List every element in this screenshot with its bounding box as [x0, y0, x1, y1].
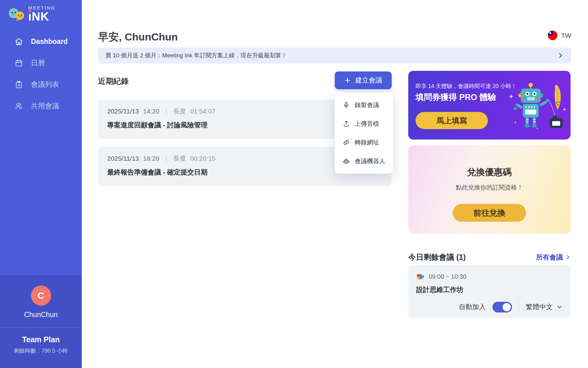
fill-survey-button[interactable]: 馬上填寫: [416, 112, 488, 129]
duration-label: 長度: [173, 107, 186, 116]
all-meetings-label: 所有會議: [536, 253, 563, 262]
meeting-title: 設計思維工作坊: [416, 285, 563, 294]
app-logo[interactable]: MEETING ıNK: [8, 6, 55, 22]
record-time: 18:20: [143, 155, 160, 162]
create-meeting-button[interactable]: 建立會議: [335, 71, 392, 89]
record-date: 2025/11/13: [107, 155, 139, 162]
menu-item-upload-audio[interactable]: 上傳音檔: [335, 114, 393, 133]
duration-label: 長度: [173, 154, 186, 163]
sidebar: MEETING ıNK Dashboard 日曆 會議列: [0, 0, 82, 368]
pro-promo-subtitle: 即享 14 天體驗，會議時間可達 20 小時！: [416, 82, 517, 90]
chevron-right-icon[interactable]: [557, 52, 564, 59]
home-icon: [15, 37, 23, 46]
link-icon: [343, 139, 350, 146]
taiwan-flag-icon: [548, 31, 557, 40]
google-meet-icon: [416, 273, 424, 281]
user-name: ChunChun: [0, 311, 82, 319]
sidebar-item-label: 會議列表: [31, 80, 59, 89]
sidebar-bottom: C ChunChun Team Plan 剩餘時數：790.5 小時: [0, 275, 82, 368]
today-meetings-header: 今日剩餘會議 (1) 所有會議: [408, 252, 571, 262]
redeem-code-card[interactable]: 兌換優惠碼 點此兌換你的訂閱資格！ 前往兌換: [408, 145, 571, 234]
logo-wordmark: MEETING ıNK: [28, 6, 55, 22]
shared-meetings-icon: [15, 102, 23, 110]
redeem-title: 兌換優惠碼: [408, 166, 571, 178]
user-profile[interactable]: C ChunChun: [0, 275, 82, 328]
promo-banner[interactable]: 買 10 個月送 2 個月：Meeting Ink 年訂閱方案上線，現在升級最划…: [98, 48, 571, 63]
upload-icon: [343, 120, 350, 127]
meeting-controls: 自動加入 繁體中文: [416, 301, 563, 313]
record-date: 2025/11/13: [107, 108, 139, 115]
plus-icon: [344, 77, 351, 84]
auto-join-label: 自動加入: [459, 302, 486, 312]
menu-item-record-meeting[interactable]: 錄製會議: [335, 96, 393, 114]
record-duration: 00:20:15: [190, 155, 215, 162]
language-select[interactable]: 繁體中文: [526, 302, 563, 312]
sidebar-item-label: 日曆: [31, 58, 45, 68]
go-redeem-button[interactable]: 前往兌換: [453, 204, 526, 222]
sidebar-item-shared-meetings[interactable]: 共用會議: [0, 95, 82, 117]
create-meeting-label: 建立會議: [355, 76, 382, 85]
meeting-time-row: 09:00 ~ 10:30: [416, 273, 563, 281]
logo-main-text: ıNK: [28, 11, 49, 22]
robot-feather-illustration: [507, 79, 568, 135]
mascot-icon: [8, 6, 25, 22]
mic-icon: [343, 102, 350, 109]
avatar[interactable]: C: [31, 286, 51, 306]
sidebar-item-dashboard[interactable]: Dashboard: [0, 31, 82, 52]
today-meeting-card[interactable]: 09:00 ~ 10:30 設計思維工作坊 自動加入 繁體中文: [408, 265, 571, 318]
meeting-time: 09:00 ~ 10:30: [429, 273, 466, 280]
sidebar-nav: Dashboard 日曆 會議列表 共用會議: [0, 31, 82, 117]
menu-item-transcribe-url[interactable]: 轉錄網址: [335, 133, 393, 152]
sidebar-item-calendar[interactable]: 日曆: [0, 52, 82, 74]
record-time: 14:20: [143, 108, 160, 115]
logo-top-text: MEETING: [28, 6, 55, 10]
robot-icon: [343, 158, 350, 165]
redeem-subtitle: 點此兌換你的訂閱資格！: [408, 183, 571, 192]
sidebar-item-meeting-list[interactable]: 會議列表: [0, 74, 82, 95]
menu-item-label: 會議機器人: [355, 157, 385, 165]
sidebar-item-label: Dashboard: [31, 37, 68, 46]
pro-promo-title: 填問券獲得 PRO 體驗: [416, 92, 496, 103]
page-title: 早安, ChunChun: [98, 30, 178, 44]
menu-item-label: 錄製會議: [355, 101, 379, 109]
sidebar-item-label: 共用會議: [31, 101, 59, 111]
locale-switcher[interactable]: TW: [548, 31, 571, 40]
divider: [519, 301, 519, 313]
pro-promo-card[interactable]: 即享 14 天體驗，會議時間可達 20 小時！ 填問券獲得 PRO 體驗 馬上填…: [408, 71, 571, 140]
language-label: 繁體中文: [526, 302, 553, 312]
all-meetings-link[interactable]: 所有會議: [536, 253, 571, 262]
chevron-right-icon: [565, 255, 571, 260]
plan-info: Team Plan 剩餘時數：790.5 小時: [0, 328, 82, 368]
menu-item-label: 上傳音檔: [355, 120, 379, 128]
menu-item-label: 轉錄網址: [355, 138, 379, 147]
divider: |: [164, 108, 169, 115]
recent-records-title: 近期紀錄: [98, 76, 129, 86]
create-meeting-menu: 錄製會議 上傳音檔 轉錄網址 會議機器人: [335, 93, 393, 174]
divider: |: [164, 155, 169, 162]
plan-name: Team Plan: [0, 335, 82, 344]
auto-join-toggle[interactable]: [492, 302, 512, 312]
menu-item-meeting-bot[interactable]: 會議機器人: [335, 152, 393, 171]
calendar-icon: [15, 59, 23, 67]
chevron-down-icon: [556, 304, 563, 310]
locale-label: TW: [561, 32, 571, 39]
logo-i-dot: [28, 10, 31, 13]
meeting-ink-dashboard: MEETING ıNK Dashboard 日曆 會議列: [0, 0, 588, 368]
meeting-list-icon: [15, 80, 23, 89]
record-duration: 01:54:07: [190, 108, 215, 115]
today-meetings-title: 今日剩餘會議 (1): [408, 252, 466, 262]
plan-remaining-hours: 剩餘時數：790.5 小時: [0, 347, 82, 355]
promo-banner-text: 買 10 個月送 2 個月：Meeting Ink 年訂閱方案上線，現在升級最划…: [105, 52, 287, 59]
toggle-knob: [503, 303, 511, 311]
